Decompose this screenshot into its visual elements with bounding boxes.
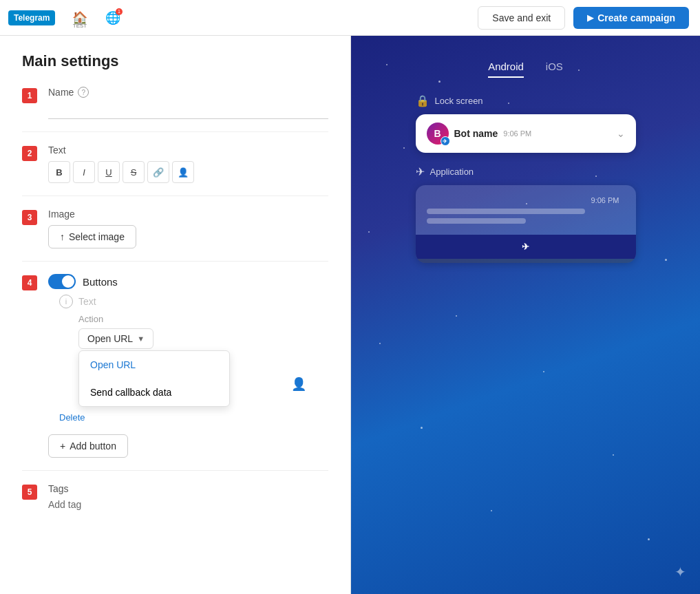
preview-tabs: Android iOS xyxy=(488,61,563,78)
main-settings-title: Main settings xyxy=(22,52,328,70)
action-label: Action xyxy=(78,314,328,324)
app-action-button[interactable]: ✈ xyxy=(416,235,636,259)
app-notif-body: 9:06 PM xyxy=(416,185,636,235)
chevron-down-icon: ▼ xyxy=(137,335,145,343)
telegram-badge[interactable]: Telegram xyxy=(8,10,55,25)
app-notif-card: 9:06 PM ✈ xyxy=(416,185,636,263)
tab-ios[interactable]: iOS xyxy=(546,61,563,78)
app-action-bottom-bar xyxy=(416,259,636,263)
bot-time: 9:06 PM xyxy=(503,129,531,138)
delete-button[interactable]: Delete xyxy=(59,412,85,423)
action-dropdown-menu: Open URL Send callback data xyxy=(78,350,230,407)
section-num-2: 2 xyxy=(22,146,37,161)
button-text-placeholder: Text xyxy=(78,296,96,307)
expand-icon[interactable]: ⌄ xyxy=(617,128,625,139)
dropdown-item-callback[interactable]: Send callback data xyxy=(79,379,229,406)
buttons-toggle-section: Buttons xyxy=(48,274,328,289)
test-label: TEST xyxy=(73,23,87,29)
name-label: Name ? xyxy=(48,87,328,98)
telegram-icon: ✈ xyxy=(416,165,425,178)
button-item-row: i Text xyxy=(59,295,328,308)
app-notif-bar-1 xyxy=(427,209,585,214)
image-label: Image xyxy=(48,209,328,220)
link-button[interactable]: 🔗 xyxy=(147,161,169,183)
create-campaign-button[interactable]: ▶ Create campaign xyxy=(573,7,689,29)
bold-button[interactable]: B xyxy=(48,161,70,183)
underline-button[interactable]: U xyxy=(98,161,120,183)
section-num-3: 3 xyxy=(22,210,37,225)
strikethrough-button[interactable]: S xyxy=(123,161,145,183)
notifications-area: 🔒 Lock screen B ✈ Bot name 9:06 PM ⌄ xyxy=(416,94,636,263)
telegram-send-icon: ✈ xyxy=(522,242,529,252)
bot-avatar: B ✈ xyxy=(427,123,449,145)
info-icon: i xyxy=(59,295,73,308)
action-area: Action Open URL ▼ Open URL Send callback… xyxy=(78,314,328,407)
left-panel: Main settings 1 Name ? 2 Text B I U S 🔗 xyxy=(0,36,351,594)
plus-icon: + xyxy=(60,441,65,452)
app-notif-bar-2 xyxy=(427,218,526,224)
person-icon: 👤 xyxy=(291,377,306,391)
divider-4 xyxy=(22,470,328,471)
section-num-1: 1 xyxy=(22,88,37,103)
person-icon-area: 👤 xyxy=(291,376,306,392)
add-button-button[interactable]: + Add button xyxy=(48,434,128,458)
toggle-knob xyxy=(62,275,74,288)
text-section: 2 Text B I U S 🔗 👤 xyxy=(48,145,328,183)
text-label: Text xyxy=(48,145,328,156)
add-tag-button[interactable]: Add tag xyxy=(48,499,81,510)
italic-button[interactable]: I xyxy=(73,161,95,183)
tags-section: 5 Tags Add tag xyxy=(48,483,328,511)
tab-android[interactable]: Android xyxy=(488,61,524,78)
action-value: Open URL xyxy=(87,333,133,344)
action-dropdown-button[interactable]: Open URL ▼ xyxy=(78,328,153,349)
notif-bot-info: B ✈ Bot name 9:06 PM xyxy=(427,123,532,145)
app-notif-time: 9:06 PM xyxy=(427,192,625,204)
bottom-corner-decoration: ✦ xyxy=(675,564,686,580)
lock-screen-label: 🔒 Lock screen xyxy=(416,94,636,107)
tags-label: Tags xyxy=(48,483,328,494)
name-help-icon[interactable]: ? xyxy=(78,87,89,98)
right-panel: Android iOS 🔒 Lock screen B ✈ Bot name xyxy=(351,36,700,594)
lock-icon: 🔒 xyxy=(416,94,429,107)
divider-2 xyxy=(22,195,328,196)
save-exit-button[interactable]: Save and exit xyxy=(478,6,565,30)
notif-card-header: B ✈ Bot name 9:06 PM ⌄ xyxy=(427,123,625,145)
bot-name: Bot name xyxy=(454,128,498,139)
notification-badge: 1 xyxy=(116,8,123,15)
button-item: i Text Action Open URL ▼ Open URL xyxy=(59,295,328,423)
test-icon-button[interactable]: 🏠 TEST xyxy=(66,4,94,32)
mention-button[interactable]: 👤 xyxy=(172,161,194,183)
upload-icon: ↑ xyxy=(60,231,65,242)
play-icon: ▶ xyxy=(587,13,593,23)
divider-3 xyxy=(22,261,328,262)
section-num-5: 5 xyxy=(22,485,37,500)
select-image-button[interactable]: ↑ Select image xyxy=(48,225,136,248)
name-section: 1 Name ? xyxy=(48,87,328,119)
bot-avatar-badge: ✈ xyxy=(441,136,450,146)
app-notif-actions: ✈ xyxy=(416,235,636,259)
application-label: ✈ Application xyxy=(416,165,636,178)
header-icons: 🏠 TEST 🌐 1 xyxy=(66,4,127,32)
globe-icon-button[interactable]: 🌐 1 xyxy=(99,4,127,32)
header: Telegram 🏠 TEST 🌐 1 Save and exit ▶ Crea… xyxy=(0,0,700,36)
section-num-4: 4 xyxy=(22,275,37,290)
image-section: 3 Image ↑ Select image xyxy=(48,209,328,248)
header-right: Save and exit ▶ Create campaign xyxy=(478,6,689,30)
buttons-section: 4 Buttons i Text Action Open URL xyxy=(48,274,328,458)
lock-screen-card: B ✈ Bot name 9:06 PM ⌄ xyxy=(416,114,636,153)
buttons-toggle[interactable] xyxy=(48,274,76,289)
format-toolbar: B I U S 🔗 👤 xyxy=(48,161,328,183)
dropdown-item-open-url[interactable]: Open URL xyxy=(79,351,229,379)
name-input[interactable] xyxy=(48,102,328,119)
divider-1 xyxy=(22,131,328,132)
main-layout: Main settings 1 Name ? 2 Text B I U S 🔗 xyxy=(0,36,700,594)
buttons-label: Buttons xyxy=(83,276,118,288)
